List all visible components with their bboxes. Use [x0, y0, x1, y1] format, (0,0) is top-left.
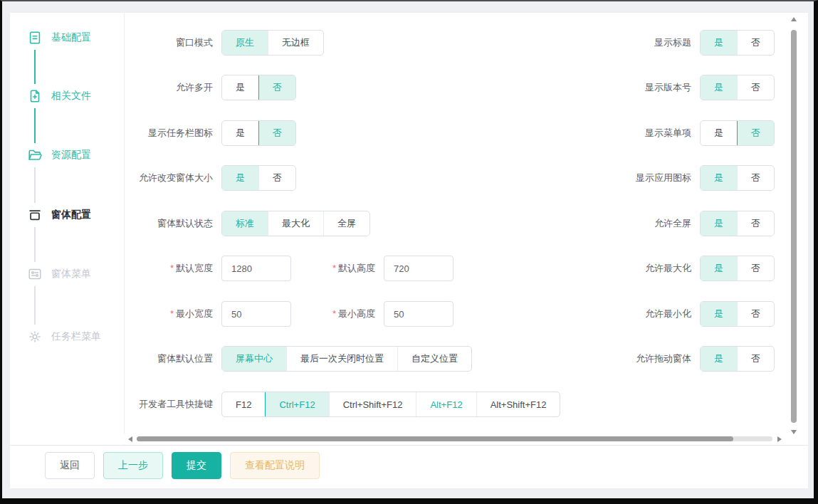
allow-drag-window-option[interactable]: 否: [737, 347, 774, 371]
file-add-icon: [27, 88, 43, 104]
step-label: 任务栏菜单: [51, 330, 101, 343]
folder-icon: [27, 147, 43, 163]
form-row-devtools-shortcut: 开发者工具快捷键F12Ctrl+F12Ctrl+Shift+F12Alt+F12…: [125, 392, 560, 417]
show-title-segmented-control: 是否: [700, 30, 775, 56]
show-version-option[interactable]: 是: [701, 75, 737, 100]
form-row-show-menu-item: 显示菜单项是否: [125, 120, 775, 146]
window-icon: [27, 207, 43, 223]
allow-minimize-segmented-control: 是否: [700, 301, 775, 327]
back-button[interactable]: 返回: [45, 452, 95, 479]
horizontal-scrollbar[interactable]: [10, 434, 789, 444]
sidebar-step-resource-config[interactable]: 资源配置: [27, 145, 91, 166]
allow-fullscreen-option[interactable]: 否: [737, 211, 774, 236]
allow-maximize-option[interactable]: 是: [701, 256, 737, 280]
horizontal-scrollbar-thumb[interactable]: [137, 436, 733, 441]
form-row-show-version: 显示版本号是否: [125, 75, 775, 100]
sidebar-step-related-files[interactable]: 相关文件: [27, 85, 91, 107]
field-label: 开发者工具快捷键: [125, 398, 221, 411]
field-label: 显示标题: [125, 36, 700, 49]
form-row-allow-minimize: 允许最小化是否: [125, 301, 775, 327]
show-menu-item-option[interactable]: 否: [737, 121, 774, 145]
view-config-help-button[interactable]: 查看配置说明: [230, 452, 320, 479]
menu-card-icon: [27, 266, 43, 282]
form-row-allow-fullscreen: 允许全屏是否: [125, 211, 775, 236]
devtools-shortcut-option[interactable]: Ctrl+Shift+F12: [329, 392, 416, 416]
form-row-allow-maximize: 允许最大化是否: [125, 256, 775, 281]
sidebar-step-window-menu[interactable]: 窗体菜单: [27, 263, 91, 285]
footer-bar: 返回上一步提交查看配置说明: [10, 445, 808, 488]
step-label: 窗体配置: [51, 209, 91, 221]
field-label: 允许最大化: [125, 262, 700, 275]
show-title-option[interactable]: 否: [737, 31, 774, 55]
step-connector: [34, 286, 36, 325]
prev-step-button[interactable]: 上一步: [103, 452, 163, 479]
form-row-show-app-icon: 显示应用图标是否: [125, 165, 775, 191]
field-label: 允许最小化: [125, 308, 700, 320]
allow-minimize-option[interactable]: 否: [737, 302, 774, 326]
field-label: 允许拖动窗体: [125, 352, 700, 365]
document-icon: [27, 30, 43, 46]
field-label: 显示应用图标: [125, 172, 700, 184]
step-connector: [34, 50, 36, 84]
allow-fullscreen-segmented-control: 是否: [700, 211, 775, 236]
scroll-right-arrow-icon[interactable]: [777, 436, 782, 442]
show-app-icon-option[interactable]: 是: [701, 166, 737, 190]
devtools-shortcut-option[interactable]: Alt+F12: [416, 392, 476, 416]
form-row-show-title: 显示标题是否: [125, 30, 775, 56]
step-connector: [34, 167, 36, 203]
show-menu-item-option[interactable]: 是: [701, 121, 737, 145]
scroll-down-arrow-icon[interactable]: [791, 430, 797, 434]
horizontal-scrollbar-track[interactable]: [137, 436, 772, 441]
gear-icon: [27, 329, 43, 345]
allow-fullscreen-option[interactable]: 是: [701, 211, 737, 236]
devtools-shortcut-option[interactable]: Ctrl+F12: [265, 392, 328, 416]
step-connector: [34, 108, 36, 143]
field-label: 允许全屏: [125, 217, 700, 230]
vertical-scrollbar[interactable]: [789, 16, 799, 436]
sidebar-step-window-config[interactable]: 窗体配置: [27, 204, 91, 226]
scroll-up-arrow-icon[interactable]: [791, 17, 797, 21]
show-version-option[interactable]: 否: [737, 75, 774, 100]
vertical-scrollbar-thumb[interactable]: [791, 30, 797, 423]
scroll-left-arrow-icon[interactable]: [128, 436, 132, 442]
sidebar-step-taskbar-menu[interactable]: 任务栏菜单: [27, 326, 101, 347]
devtools-shortcut-option[interactable]: Alt+Shift+F12: [476, 392, 560, 416]
submit-button[interactable]: 提交: [172, 452, 221, 479]
field-label: 显示版本号: [125, 81, 700, 94]
devtools-shortcut-segmented-control: F12Ctrl+F12Ctrl+Shift+F12Alt+F12Alt+Shif…: [221, 392, 560, 417]
app-window: 基础配置相关文件资源配置窗体配置窗体菜单任务栏菜单 窗口模式原生无边框允许多开是…: [0, 0, 818, 504]
show-app-icon-segmented-control: 是否: [700, 165, 775, 191]
allow-drag-window-option[interactable]: 是: [701, 347, 737, 371]
show-title-option[interactable]: 是: [701, 31, 737, 55]
step-label: 资源配置: [51, 149, 91, 162]
step-label: 基础配置: [51, 31, 91, 44]
show-version-segmented-control: 是否: [700, 75, 775, 100]
form-content: 窗口模式原生无边框允许多开是否显示任务栏图标是否允许改变窗体大小是否窗体默认状态…: [125, 13, 789, 434]
show-app-icon-option[interactable]: 否: [737, 166, 774, 190]
step-connector: [34, 227, 36, 262]
allow-drag-window-segmented-control: 是否: [700, 346, 775, 372]
form-row-allow-drag-window: 允许拖动窗体是否: [125, 346, 775, 372]
step-label: 相关文件: [51, 90, 91, 103]
allow-minimize-option[interactable]: 是: [701, 302, 737, 326]
step-sidebar: 基础配置相关文件资源配置窗体配置窗体菜单任务栏菜单: [10, 13, 125, 445]
field-label: 显示菜单项: [125, 127, 700, 140]
sidebar-step-basic-config[interactable]: 基础配置: [27, 27, 91, 48]
allow-maximize-option[interactable]: 否: [737, 256, 774, 280]
step-label: 窗体菜单: [51, 268, 91, 280]
show-menu-item-segmented-control: 是否: [700, 120, 775, 146]
devtools-shortcut-option[interactable]: F12: [222, 392, 265, 416]
allow-maximize-segmented-control: 是否: [700, 256, 775, 281]
config-panel: 基础配置相关文件资源配置窗体配置窗体菜单任务栏菜单 窗口模式原生无边框允许多开是…: [10, 13, 808, 488]
